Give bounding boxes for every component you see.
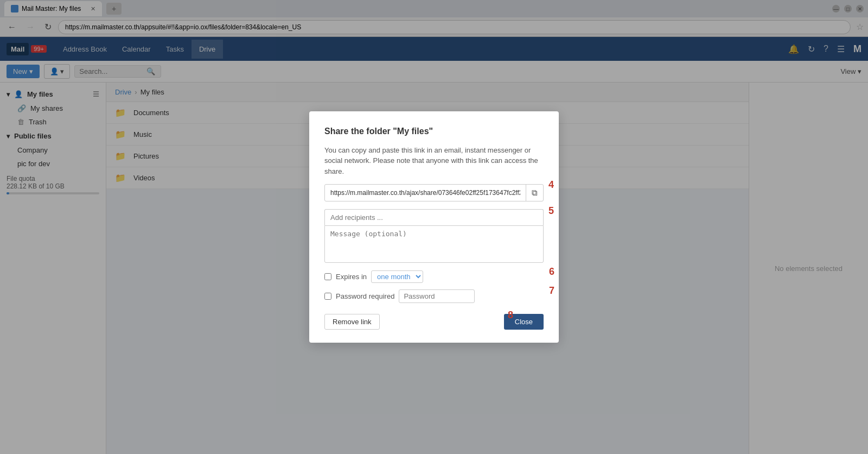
password-input[interactable]: [399, 289, 475, 303]
step8-label: 8: [508, 310, 513, 321]
step5-label: 5: [548, 205, 554, 217]
modal-title: Share the folder "My files": [324, 127, 544, 136]
remove-link-button[interactable]: Remove link: [324, 314, 380, 330]
message-textarea[interactable]: [330, 230, 538, 257]
step4-label: 4: [548, 179, 554, 191]
share-link-row: ⧉ 4: [324, 184, 544, 201]
password-row: Password required 7: [324, 289, 544, 303]
expires-row: Expires in one month 6: [324, 270, 544, 283]
message-area: [324, 225, 544, 263]
password-label: Password required: [336, 292, 394, 300]
step6-label: 6: [549, 266, 554, 278]
expires-select[interactable]: one month: [371, 270, 423, 283]
expires-label: Expires in: [336, 273, 367, 281]
password-checkbox[interactable]: [324, 293, 331, 300]
recipients-input[interactable]: [330, 213, 538, 222]
modal-description: You can copy and paste this link in an e…: [324, 145, 544, 177]
modal-overlay[interactable]: Share the folder "My files" You can copy…: [0, 0, 868, 454]
share-link-input[interactable]: [325, 185, 526, 200]
copy-link-button[interactable]: ⧉: [526, 185, 543, 201]
expires-checkbox[interactable]: [324, 273, 331, 280]
share-modal: Share the folder "My files" You can copy…: [309, 111, 559, 343]
step7-label: 7: [549, 285, 554, 297]
recipients-row: 5: [324, 209, 544, 225]
modal-footer: Remove link 8 Close: [324, 314, 544, 330]
